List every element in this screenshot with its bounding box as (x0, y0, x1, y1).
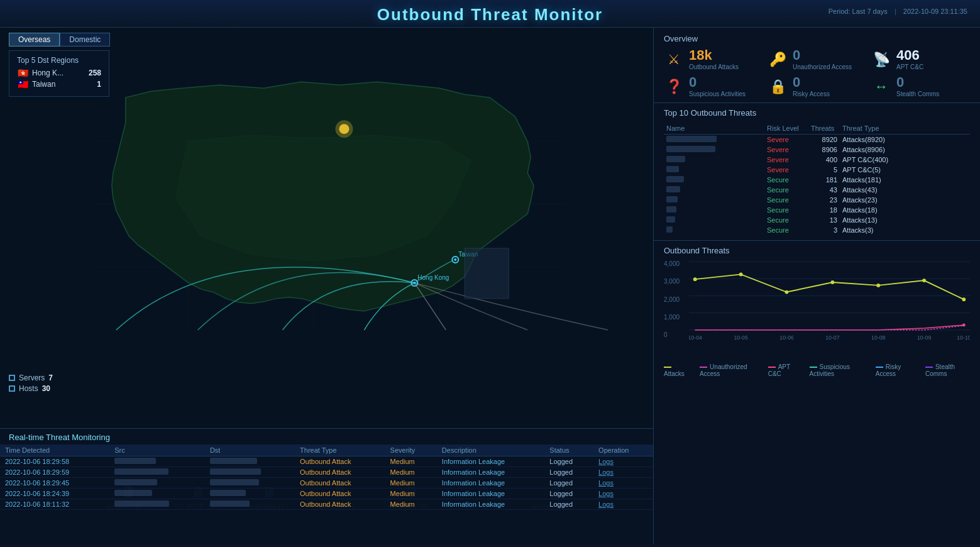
legend-box: Servers 7 Hosts 30 (9, 373, 53, 395)
rt-severity-4: Medium (385, 499, 437, 510)
threat-risk-9: Secure (764, 225, 808, 235)
rt-dst-4 (205, 499, 295, 510)
rt-src-1 (109, 467, 205, 478)
svg-text:10-04: 10-04 (689, 334, 702, 341)
rt-op-4[interactable]: Logs (593, 499, 653, 510)
rt-desc-3: Information Leakage (437, 489, 545, 499)
rt-status-1: Logged (544, 467, 593, 478)
rt-threat-3: Outbound Attack (295, 489, 385, 499)
dst-name-hk: Hong K... (32, 69, 85, 77)
tab-overseas[interactable]: Overseas (9, 33, 60, 47)
threat-risk-0: Severe (764, 135, 808, 145)
threat-row-1: Severe 8906 Attacks(8906) (664, 145, 970, 155)
svg-point-13 (454, 258, 456, 261)
chart-svg: 10-04 10-05 10-06 10-07 10-08 10-09 10-1… (689, 260, 970, 348)
legend-servers: Servers 7 (9, 373, 53, 382)
datetime-label: 2022-10-09 23:11:35 (903, 8, 967, 15)
threat-type-0: Attacks(8920) (840, 135, 970, 145)
col-op: Operation (593, 445, 653, 456)
rt-threat-4: Outbound Attack (295, 499, 385, 510)
ov-count-5: 0 (896, 75, 939, 89)
chart-section: Outbound Threats 4,000 3,000 2,000 1,000… (654, 241, 980, 544)
ov-info-3: 0 Suspicious Activities (689, 75, 746, 97)
chart-container: 4,000 3,000 2,000 1,000 0 (664, 260, 970, 361)
threat-risk-4: Secure (764, 175, 808, 185)
overview-card-1: 🔑 0 Unauthorized Access (768, 48, 866, 70)
rt-op-0[interactable]: Logs (593, 456, 653, 467)
threat-risk-6: Secure (764, 195, 808, 205)
dst-name-tw: Taiwan (32, 80, 93, 89)
threat-row-7: Secure 18 Attacks(18) (664, 205, 970, 215)
overview-grid: ⚔ 18k Outbound Attacks 🔑 0 Unauthorized … (664, 48, 970, 97)
threat-row-4: Secure 181 Attacks(181) (664, 175, 970, 185)
col-threat-type: Threat Type (840, 123, 970, 135)
ov-count-1: 0 (793, 48, 852, 62)
rt-severity-0: Medium (385, 456, 437, 467)
y-label-1: 1,000 (664, 314, 689, 321)
threat-name-6 (664, 195, 764, 205)
svg-text:10-05: 10-05 (734, 334, 747, 341)
realtime-title: Real-time Threat Monitoring (0, 429, 653, 445)
servers-label: Servers (19, 373, 45, 382)
rt-threat-2: Outbound Attack (295, 478, 385, 489)
ov-label-1: Unauthorized Access (793, 64, 852, 70)
main-layout: Overseas Domestic Top 5 Dst Regions 🇭🇰 H… (0, 28, 980, 544)
legend-color-2 (768, 367, 776, 368)
svg-point-27 (962, 297, 966, 301)
period-label: Period: Last 7 days (829, 8, 888, 15)
legend-item-1: Unauthorized Access (700, 363, 758, 377)
svg-point-24 (830, 280, 834, 284)
rt-status-3: Logged (544, 489, 593, 499)
threat-row-6: Secure 23 Attacks(23) (664, 195, 970, 205)
rt-desc-0: Information Leakage (437, 456, 545, 467)
hosts-label: Hosts (19, 384, 38, 393)
dst-count-tw: 1 (97, 80, 101, 89)
threat-type-1: Attacks(8906) (840, 145, 970, 155)
realtime-panel: Real-time Threat Monitoring Time Detecte… (0, 428, 653, 544)
tab-row: Overseas Domestic (9, 33, 110, 47)
threat-row-3: Severe 5 APT C&C(5) (664, 165, 970, 175)
rt-status-0: Logged (544, 456, 593, 467)
threat-count-3: 5 (808, 165, 840, 175)
dst-regions-title: Top 5 Dst Regions (17, 56, 101, 65)
threat-row-5: Secure 43 Attacks(43) (664, 185, 970, 195)
rt-op-3[interactable]: Logs (593, 489, 653, 499)
threat-row-2: Severe 400 APT C&C(400) (664, 155, 970, 165)
svg-text:10-10: 10-10 (957, 334, 970, 341)
svg-point-21 (693, 277, 697, 281)
header: Outbound Threat Monitor Period: Last 7 d… (0, 0, 980, 28)
col-severity: Severity (385, 445, 437, 456)
rt-op-1[interactable]: Logs (593, 467, 653, 478)
svg-point-23 (785, 290, 789, 294)
dst-count-hk: 258 (89, 69, 101, 77)
threat-count-5: 43 (808, 185, 840, 195)
rt-severity-2: Medium (385, 478, 437, 489)
rt-dst-2 (205, 478, 295, 489)
rt-src-2 (109, 478, 205, 489)
overview-card-0: ⚔ 18k Outbound Attacks (664, 48, 763, 70)
threat-count-0: 8920 (808, 135, 840, 145)
threat-type-5: Attacks(43) (840, 185, 970, 195)
col-time: Time Detected (0, 445, 109, 456)
y-label-0: 0 (664, 331, 689, 338)
tab-domestic[interactable]: Domestic (60, 33, 110, 47)
y-label-3: 3,000 (664, 278, 689, 285)
legend-color-3 (810, 367, 817, 368)
ov-label-2: APT C&C (896, 64, 923, 70)
rt-threat-1: Outbound Attack (295, 467, 385, 478)
col-status: Status (544, 445, 593, 456)
rt-tbody: 2022-10-06 18:29:58 Outbound Attack Medi… (0, 456, 653, 510)
threat-name-1 (664, 145, 764, 155)
svg-point-22 (739, 272, 743, 276)
dst-row-tw: 🇹🇼 Taiwan 1 (17, 80, 101, 89)
rt-desc-1: Information Leakage (437, 467, 545, 478)
legend-color-0 (664, 367, 671, 368)
overview-card-5: ↔ 0 Stealth Comms (871, 75, 970, 97)
ov-label-0: Outbound Attacks (689, 64, 739, 70)
threat-type-9: Attacks(3) (840, 225, 970, 235)
rt-row-0: 2022-10-06 18:29:58 Outbound Attack Medi… (0, 456, 653, 467)
y-axis-labels: 4,000 3,000 2,000 1,000 0 (664, 260, 689, 348)
rt-op-2[interactable]: Logs (593, 478, 653, 489)
threats-table: Name Risk Level Threats Threat Type Seve… (664, 123, 970, 235)
threat-count-6: 23 (808, 195, 840, 205)
